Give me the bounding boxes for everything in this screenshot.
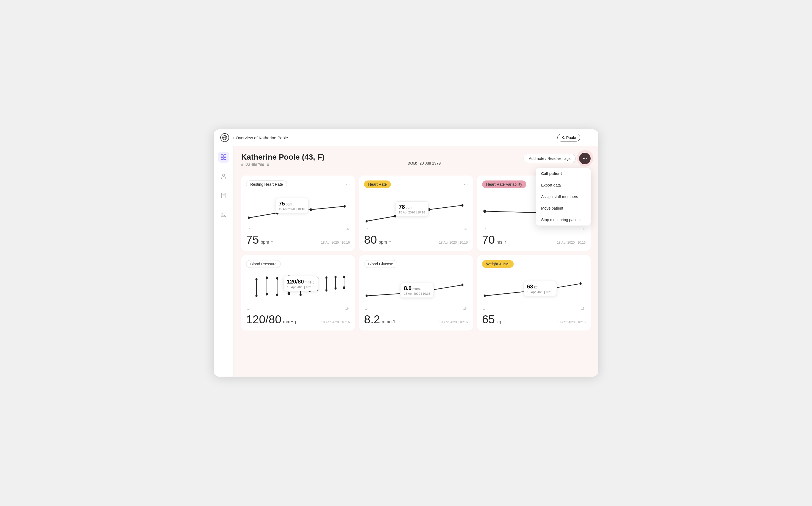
top-bar-right: K. Poole ⋯ <box>557 133 592 142</box>
content-area: Katherine Poole (43, F) # 123 456 789 10… <box>234 146 598 376</box>
svg-rect-5 <box>221 157 223 160</box>
top-bar-left: ‹ Overview of Katherine Poole <box>220 133 288 142</box>
big-metric: 75bpm↑ <box>246 233 273 246</box>
svg-rect-4 <box>224 155 226 157</box>
add-note-button[interactable]: Add note / Resolve flags <box>524 154 576 163</box>
svg-point-50 <box>326 276 328 279</box>
dropdown-menu: Call patient Export data Assign staff me… <box>536 168 591 226</box>
dropdown-item-stop[interactable]: Stop monitoring patient <box>536 214 591 226</box>
svg-point-18 <box>276 211 278 215</box>
big-metric: 8.2mmol/L↑ <box>364 313 400 326</box>
chart-glucose: 8.0 mmol/L 15 Apr 2020 | 10:16 <box>364 271 467 304</box>
card-menu-button[interactable]: ··· <box>464 182 467 187</box>
card-title-heart-rate: Heart Rate <box>364 180 391 188</box>
chart-heart-rate: 78 bpm 15 Apr 2020 | 10:16 <box>364 191 467 225</box>
svg-point-32 <box>266 276 268 279</box>
patient-header: Katherine Poole (43, F) # 123 456 789 10… <box>241 153 591 169</box>
top-bar: ‹ Overview of Katherine Poole K. Poole ⋯ <box>214 130 598 146</box>
chart-x-labels: 1416 <box>364 227 467 231</box>
svg-point-61 <box>483 294 486 297</box>
card-bottom: 120/80mmHg 18 Apr 2020 | 10:16 <box>246 313 350 326</box>
svg-point-19 <box>310 208 312 211</box>
svg-point-44 <box>308 278 311 281</box>
metric-date: 18 Apr 2020 | 10:16 <box>439 320 468 324</box>
metric-date: 18 Apr 2020 | 10:16 <box>439 241 468 245</box>
dropdown-item-assign[interactable]: Assign staff members <box>536 191 591 202</box>
svg-point-59 <box>415 291 417 294</box>
svg-rect-3 <box>221 155 223 157</box>
svg-point-17 <box>248 217 250 219</box>
card-header: Heart Rate ··· <box>364 180 467 188</box>
svg-point-13 <box>222 214 223 215</box>
card-weight-bmi: Weight & BMI ··· 63 kg 15 Apr 2020 | 10 <box>477 255 591 330</box>
user-badge[interactable]: K. Poole <box>557 134 580 142</box>
card-bottom: 8.2mmol/L↑ 18 Apr 2020 | 10:16 <box>364 313 467 326</box>
svg-point-20 <box>344 205 346 208</box>
svg-point-24 <box>461 204 464 207</box>
big-metric: 70ms↑ <box>482 233 507 246</box>
svg-point-35 <box>276 277 278 280</box>
svg-point-16 <box>585 158 587 159</box>
svg-point-29 <box>256 278 258 281</box>
svg-point-15 <box>584 158 585 159</box>
back-arrow-icon[interactable]: ‹ <box>233 136 234 140</box>
card-menu-button[interactable]: ··· <box>346 261 350 266</box>
svg-point-36 <box>276 293 278 297</box>
card-menu-button[interactable]: ··· <box>346 182 350 187</box>
svg-point-58 <box>366 294 368 297</box>
sidebar-icon-gallery[interactable] <box>218 209 229 220</box>
chart-x-labels: 1416 <box>246 307 350 310</box>
sidebar-icon-person[interactable] <box>218 171 229 182</box>
breadcrumb-text: Overview of Katherine Poole <box>236 136 288 140</box>
svg-point-25 <box>483 209 486 213</box>
svg-point-42 <box>299 293 302 297</box>
svg-rect-8 <box>221 193 226 198</box>
svg-point-51 <box>326 289 328 292</box>
card-bottom: 80bpm↑ 18 Apr 2020 | 10:16 <box>364 233 467 246</box>
sidebar <box>214 146 234 376</box>
topbar-dots-button[interactable]: ⋯ <box>583 133 592 142</box>
card-menu-button[interactable]: ··· <box>464 261 467 266</box>
globe-icon <box>220 133 229 142</box>
svg-point-7 <box>222 174 225 176</box>
patient-info: Katherine Poole (43, F) # 123 456 789 10 <box>241 153 325 169</box>
card-header: Resting Heart Rate ··· <box>246 180 350 188</box>
card-header: Blood Pressure ··· <box>246 260 350 268</box>
svg-point-45 <box>308 289 311 292</box>
big-metric: 65kg↑ <box>482 313 506 326</box>
chart-x-labels: 1416 <box>246 227 350 231</box>
card-blood-pressure: Blood Pressure ··· <box>241 255 355 330</box>
sidebar-icon-notes[interactable] <box>218 190 229 201</box>
card-header: Blood Glucose ··· <box>364 260 467 268</box>
breadcrumb: ‹ Overview of Katherine Poole <box>233 136 288 140</box>
dropdown-item-export[interactable]: Export data <box>536 179 591 191</box>
dob-label: DOB: <box>408 161 417 165</box>
svg-point-48 <box>317 288 319 290</box>
svg-point-54 <box>335 287 337 290</box>
more-options-button[interactable] <box>579 153 591 164</box>
chart-bp: 120/80 mmHg 15 Apr 2020 | 10:16 <box>246 271 350 304</box>
svg-point-56 <box>343 276 345 278</box>
svg-point-62 <box>546 287 548 291</box>
header-actions: Add note / Resolve flags Call patient Ex… <box>524 153 591 164</box>
svg-point-33 <box>266 293 268 296</box>
chart-x-labels: 1416 <box>364 307 467 310</box>
sidebar-icon-dashboard[interactable] <box>218 152 229 163</box>
metric-date: 18 Apr 2020 | 10:16 <box>557 320 585 324</box>
dropdown-item-call[interactable]: Call patient <box>536 168 591 179</box>
metric-date: 18 Apr 2020 | 10:16 <box>557 241 585 245</box>
svg-rect-6 <box>224 157 226 160</box>
card-header: Weight & BMI ··· <box>482 260 585 268</box>
metric-date: 18 Apr 2020 | 10:16 <box>321 320 350 324</box>
svg-point-23 <box>428 208 430 211</box>
dropdown-item-move[interactable]: Move patient <box>536 202 591 214</box>
card-bottom: 70ms↑ 18 Apr 2020 | 10:16 <box>482 233 585 246</box>
svg-point-47 <box>317 277 319 280</box>
card-blood-glucose: Blood Glucose ··· 8.0 mmol/L 15 Apr 202 <box>359 255 472 330</box>
card-menu-button[interactable]: ··· <box>582 261 585 266</box>
chart-resting-heart-rate: 75 bpm 15 Apr 2020 | 10:16 <box>246 191 350 225</box>
card-heart-rate: Heart Rate ··· 78 bpm 15 <box>359 176 472 251</box>
chart-x-labels: 1416 <box>482 307 585 310</box>
app-window: ‹ Overview of Katherine Poole K. Poole ⋯ <box>214 130 598 376</box>
card-title-weight: Weight & BMI <box>482 260 514 268</box>
